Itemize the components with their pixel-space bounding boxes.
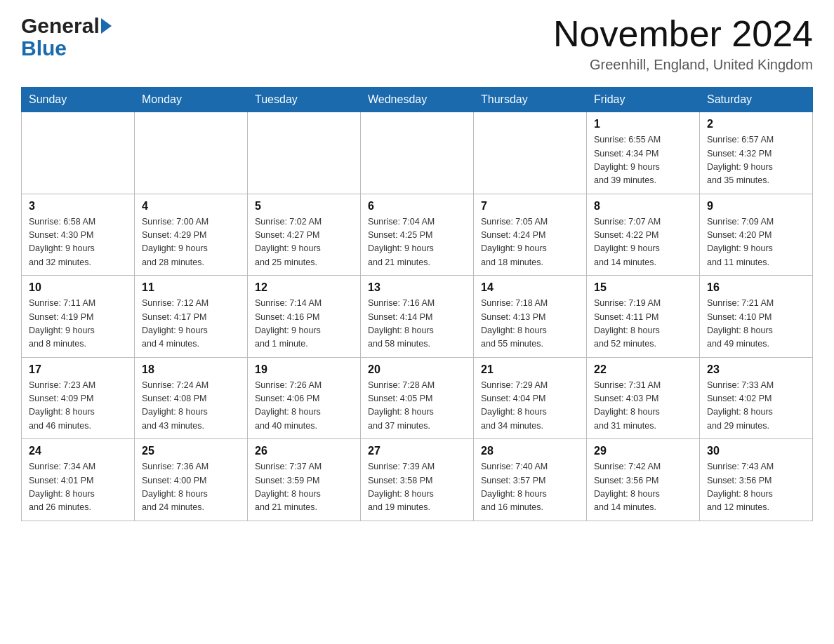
calendar-table: SundayMondayTuesdayWednesdayThursdayFrid… [21, 87, 813, 521]
calendar-cell: 16Sunrise: 7:21 AMSunset: 4:10 PMDayligh… [700, 276, 813, 358]
day-info: Sunrise: 7:16 AMSunset: 4:14 PMDaylight:… [368, 297, 466, 351]
day-info: Sunrise: 7:19 AMSunset: 4:11 PMDaylight:… [594, 297, 692, 351]
day-number: 7 [481, 200, 579, 213]
calendar-cell: 28Sunrise: 7:40 AMSunset: 3:57 PMDayligh… [474, 439, 587, 521]
logo: General Blue [21, 14, 112, 60]
day-number: 27 [368, 445, 466, 457]
day-number: 30 [707, 445, 805, 457]
day-number: 26 [255, 445, 353, 457]
calendar-cell: 29Sunrise: 7:42 AMSunset: 3:56 PMDayligh… [587, 439, 700, 521]
day-number: 16 [707, 281, 805, 294]
day-info: Sunrise: 7:05 AMSunset: 4:24 PMDaylight:… [481, 215, 579, 270]
day-info: Sunrise: 6:58 AMSunset: 4:30 PMDaylight:… [29, 215, 127, 270]
calendar-cell: 21Sunrise: 7:29 AMSunset: 4:04 PMDayligh… [474, 357, 587, 439]
calendar-week-row: 10Sunrise: 7:11 AMSunset: 4:19 PMDayligh… [22, 276, 813, 358]
day-info: Sunrise: 7:24 AMSunset: 4:08 PMDaylight:… [142, 379, 240, 434]
day-number: 24 [29, 445, 127, 457]
location-text: Greenhill, England, United Kingdom [553, 57, 813, 73]
day-number: 15 [594, 281, 692, 294]
calendar-cell: 1Sunrise: 6:55 AMSunset: 4:34 PMDaylight… [587, 112, 700, 194]
day-number: 20 [368, 363, 466, 376]
day-info: Sunrise: 7:37 AMSunset: 3:59 PMDaylight:… [255, 460, 353, 515]
day-number: 18 [142, 363, 240, 376]
calendar-cell: 23Sunrise: 7:33 AMSunset: 4:02 PMDayligh… [700, 357, 813, 439]
calendar-cell: 22Sunrise: 7:31 AMSunset: 4:03 PMDayligh… [587, 357, 700, 439]
day-info: Sunrise: 7:39 AMSunset: 3:58 PMDaylight:… [368, 460, 466, 515]
day-info: Sunrise: 7:36 AMSunset: 4:00 PMDaylight:… [142, 460, 240, 515]
calendar-cell: 5Sunrise: 7:02 AMSunset: 4:27 PMDaylight… [248, 194, 361, 276]
calendar-cell: 2Sunrise: 6:57 AMSunset: 4:32 PMDaylight… [700, 112, 813, 194]
calendar-cell: 11Sunrise: 7:12 AMSunset: 4:17 PMDayligh… [135, 276, 248, 358]
logo-blue-text: Blue [21, 36, 67, 60]
day-number: 1 [594, 118, 692, 130]
calendar-cell [135, 112, 248, 194]
day-info: Sunrise: 7:11 AMSunset: 4:19 PMDaylight:… [29, 297, 127, 351]
day-info: Sunrise: 7:21 AMSunset: 4:10 PMDaylight:… [707, 297, 805, 351]
header-monday: Monday [135, 88, 248, 112]
day-info: Sunrise: 7:23 AMSunset: 4:09 PMDaylight:… [29, 379, 127, 434]
calendar-cell: 3Sunrise: 6:58 AMSunset: 4:30 PMDaylight… [22, 194, 135, 276]
header-sunday: Sunday [22, 88, 135, 112]
day-number: 19 [255, 363, 353, 376]
calendar-cell: 19Sunrise: 7:26 AMSunset: 4:06 PMDayligh… [248, 357, 361, 439]
header-saturday: Saturday [700, 88, 813, 112]
day-number: 4 [142, 200, 240, 213]
calendar-cell: 17Sunrise: 7:23 AMSunset: 4:09 PMDayligh… [22, 357, 135, 439]
day-info: Sunrise: 7:14 AMSunset: 4:16 PMDaylight:… [255, 297, 353, 351]
calendar-cell: 13Sunrise: 7:16 AMSunset: 4:14 PMDayligh… [361, 276, 474, 358]
calendar-cell: 12Sunrise: 7:14 AMSunset: 4:16 PMDayligh… [248, 276, 361, 358]
day-number: 22 [594, 363, 692, 376]
day-number: 14 [481, 281, 579, 294]
calendar-cell [248, 112, 361, 194]
calendar-week-row: 17Sunrise: 7:23 AMSunset: 4:09 PMDayligh… [22, 357, 813, 439]
day-info: Sunrise: 7:26 AMSunset: 4:06 PMDaylight:… [255, 379, 353, 434]
day-number: 21 [481, 363, 579, 376]
day-number: 12 [255, 281, 353, 294]
calendar-cell: 18Sunrise: 7:24 AMSunset: 4:08 PMDayligh… [135, 357, 248, 439]
header-tuesday: Tuesday [248, 88, 361, 112]
day-number: 5 [255, 200, 353, 213]
day-number: 17 [29, 363, 127, 376]
day-number: 3 [29, 200, 127, 213]
day-info: Sunrise: 7:29 AMSunset: 4:04 PMDaylight:… [481, 379, 579, 434]
day-info: Sunrise: 7:33 AMSunset: 4:02 PMDaylight:… [707, 379, 805, 434]
calendar-cell: 25Sunrise: 7:36 AMSunset: 4:00 PMDayligh… [135, 439, 248, 521]
day-info: Sunrise: 6:57 AMSunset: 4:32 PMDaylight:… [707, 133, 805, 188]
day-number: 13 [368, 281, 466, 294]
day-number: 9 [707, 200, 805, 213]
day-info: Sunrise: 7:42 AMSunset: 3:56 PMDaylight:… [594, 460, 692, 515]
calendar-cell: 10Sunrise: 7:11 AMSunset: 4:19 PMDayligh… [22, 276, 135, 358]
calendar-cell [361, 112, 474, 194]
day-number: 10 [29, 281, 127, 294]
day-info: Sunrise: 7:18 AMSunset: 4:13 PMDaylight:… [481, 297, 579, 351]
calendar-cell [22, 112, 135, 194]
day-number: 28 [481, 445, 579, 457]
calendar-cell: 14Sunrise: 7:18 AMSunset: 4:13 PMDayligh… [474, 276, 587, 358]
calendar-header-row: SundayMondayTuesdayWednesdayThursdayFrid… [22, 88, 813, 112]
day-info: Sunrise: 7:02 AMSunset: 4:27 PMDaylight:… [255, 215, 353, 270]
day-number: 6 [368, 200, 466, 213]
calendar-cell: 26Sunrise: 7:37 AMSunset: 3:59 PMDayligh… [248, 439, 361, 521]
calendar-cell: 8Sunrise: 7:07 AMSunset: 4:22 PMDaylight… [587, 194, 700, 276]
calendar-cell: 24Sunrise: 7:34 AMSunset: 4:01 PMDayligh… [22, 439, 135, 521]
calendar-cell: 4Sunrise: 7:00 AMSunset: 4:29 PMDaylight… [135, 194, 248, 276]
day-info: Sunrise: 7:40 AMSunset: 3:57 PMDaylight:… [481, 460, 579, 515]
calendar-week-row: 3Sunrise: 6:58 AMSunset: 4:30 PMDaylight… [22, 194, 813, 276]
calendar-cell: 15Sunrise: 7:19 AMSunset: 4:11 PMDayligh… [587, 276, 700, 358]
page-header: General Blue November 2024 Greenhill, En… [21, 14, 813, 73]
month-title: November 2024 [553, 14, 813, 54]
day-info: Sunrise: 7:34 AMSunset: 4:01 PMDaylight:… [29, 460, 127, 515]
day-number: 23 [707, 363, 805, 376]
calendar-week-row: 1Sunrise: 6:55 AMSunset: 4:34 PMDaylight… [22, 112, 813, 194]
header-wednesday: Wednesday [361, 88, 474, 112]
day-number: 11 [142, 281, 240, 294]
day-info: Sunrise: 7:31 AMSunset: 4:03 PMDaylight:… [594, 379, 692, 434]
day-info: Sunrise: 7:00 AMSunset: 4:29 PMDaylight:… [142, 215, 240, 270]
day-number: 2 [707, 118, 805, 130]
calendar-week-row: 24Sunrise: 7:34 AMSunset: 4:01 PMDayligh… [22, 439, 813, 521]
calendar-cell: 9Sunrise: 7:09 AMSunset: 4:20 PMDaylight… [700, 194, 813, 276]
day-info: Sunrise: 7:09 AMSunset: 4:20 PMDaylight:… [707, 215, 805, 270]
calendar-cell: 6Sunrise: 7:04 AMSunset: 4:25 PMDaylight… [361, 194, 474, 276]
day-number: 8 [594, 200, 692, 213]
title-block: November 2024 Greenhill, England, United… [553, 14, 813, 73]
